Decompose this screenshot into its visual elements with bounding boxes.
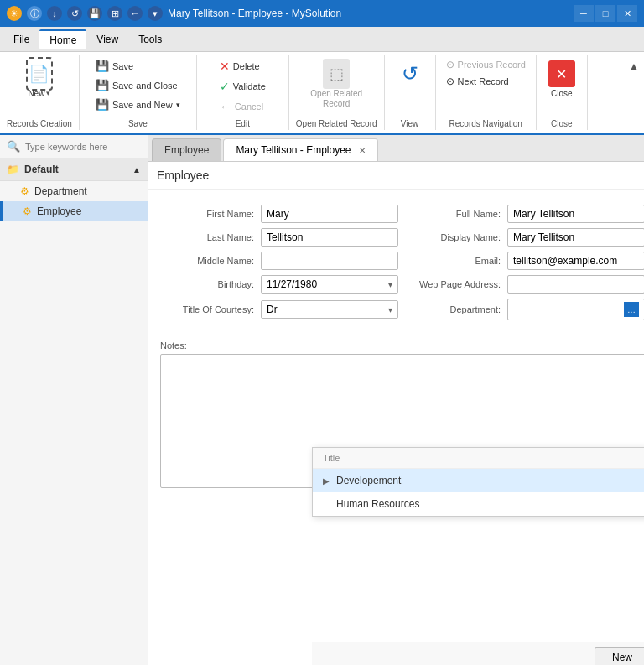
content-area: Employee Mary Tellitson - Employee ✕ ▾ E… — [148, 135, 644, 665]
sidebar-item-dept-label: Department — [34, 185, 87, 197]
edit-group-label: Edit — [236, 116, 250, 128]
cancel-icon: ← — [220, 100, 231, 113]
open-related-icon: ⬚ — [323, 60, 350, 87]
validate-button[interactable]: ✓ Validate — [215, 77, 271, 96]
email-input[interactable] — [507, 252, 644, 270]
dropdown-item-hr[interactable]: ▶ Human Resources — [313, 492, 644, 516]
nav-group-label: Records Navigation — [449, 116, 522, 128]
edit-group-content: ✕ Delete ✓ Validate ← Cancel — [215, 57, 271, 116]
form-row-4: Birthday: 11/27/1980 ▾ Web Page Address: — [157, 275, 644, 294]
form-col-displayname: Display Name: — [407, 228, 644, 247]
tab-close-button[interactable]: ✕ — [359, 146, 366, 155]
title-courtesy-label: Title Of Courtesy: — [160, 304, 261, 314]
window-title: Mary Tellitson - Employee - MySolution — [168, 8, 341, 19]
sidebar-default-group[interactable]: 📁 Default ▲ — [0, 158, 148, 181]
birthday-select[interactable]: 11/27/1980 ▾ — [261, 275, 398, 294]
close-record-label: Close — [551, 89, 573, 98]
ribbon-collapse-button[interactable]: ▲ — [624, 59, 644, 74]
tree-section: 📁 Default ▲ ⚙ Department ⚙ Employee — [0, 158, 148, 665]
full-name-input[interactable] — [507, 205, 644, 223]
cancel-label: Cancel — [235, 101, 263, 112]
app-icon-refresh: ↺ — [67, 6, 82, 21]
menu-file[interactable]: File — [3, 30, 39, 49]
tab-employee[interactable]: Employee — [152, 138, 221, 161]
web-page-label: Web Page Address: — [407, 279, 507, 289]
department-input[interactable]: … — [507, 299, 644, 320]
menu-home[interactable]: Home — [39, 29, 86, 49]
birthday-value: 11/27/1980 — [267, 278, 317, 290]
menu-bar: File Home View Tools — [0, 27, 644, 52]
sidebar-item-department[interactable]: ⚙ Department — [0, 181, 148, 201]
new-record-label: New — [28, 89, 44, 98]
refresh-icon: ↺ — [397, 60, 423, 87]
tab-mary-employee[interactable]: Mary Tellitson - Employee ✕ — [223, 138, 378, 161]
open-related-label: Open Related Record — [310, 89, 362, 109]
app-icon-grid: ⊞ — [107, 6, 122, 21]
dropdown-item-development[interactable]: ▶ Developement — [313, 469, 644, 492]
save-close-label: Save and Close — [112, 81, 178, 91]
cancel-button[interactable]: ← Cancel — [215, 97, 271, 116]
validate-label: Validate — [233, 81, 266, 91]
tab-bar-collapse-icon[interactable]: ▾ — [637, 140, 644, 160]
first-name-input[interactable] — [261, 205, 398, 223]
tab-content: Employee First Name: Full Name: — [148, 162, 644, 665]
save-close-button[interactable]: 💾 Save and Close — [91, 76, 185, 94]
app-icon-3: ↓ — [47, 6, 62, 21]
minimize-button[interactable]: ─ — [574, 5, 594, 22]
save-new-button[interactable]: 💾 Save and New ▾ — [91, 96, 185, 113]
notes-label: Notes: — [160, 340, 644, 351]
new-record-button[interactable]: 📄 New ▾ — [21, 57, 58, 101]
window-close-button[interactable]: ✕ — [617, 5, 637, 22]
form-col-fullname: Full Name: — [407, 205, 644, 223]
nav-group-content: ⊙ Previous Record ⊙ Next Record — [443, 57, 529, 116]
validate-icon: ✓ — [220, 80, 230, 93]
delete-button[interactable]: ✕ Delete — [215, 57, 271, 75]
dropdown-item-hr-label: Human Resources — [336, 498, 419, 510]
open-related-group-label: Open Related Record — [296, 116, 377, 128]
form-col-title: Title Of Courtesy: Dr ▾ — [160, 300, 398, 319]
display-name-input[interactable] — [507, 228, 644, 247]
sidebar-item-emp-label: Employee — [37, 205, 81, 217]
restore-button[interactable]: □ — [595, 5, 615, 22]
department-lookup-button[interactable]: … — [624, 302, 639, 317]
save-button[interactable]: 💾 Save — [91, 57, 185, 75]
web-page-input[interactable] — [507, 275, 644, 294]
next-icon: ⊙ — [446, 75, 454, 87]
menu-view[interactable]: View — [86, 30, 128, 49]
folder-icon: 📁 — [7, 164, 19, 175]
form-col-firstname: First Name: — [160, 205, 398, 223]
new-bottom-button[interactable]: New — [595, 647, 644, 665]
department-dropdown: Title ▶ Developement ▶ Human Resources — [312, 447, 644, 517]
sidebar-item-employee[interactable]: ⚙ Employee — [0, 201, 148, 221]
save-icon: 💾 — [96, 60, 109, 72]
save-close-icon: 💾 — [96, 79, 109, 91]
close-record-button[interactable]: ✕ Close — [543, 57, 580, 101]
view-group-label: View — [401, 116, 419, 128]
menu-tools[interactable]: Tools — [128, 30, 172, 49]
search-input[interactable] — [25, 142, 141, 152]
save-new-arrow: ▾ — [176, 101, 180, 109]
form-col-middlename: Middle Name: — [160, 252, 398, 270]
form-row-2: Last Name: Display Name: — [157, 228, 644, 247]
form-row-1: First Name: Full Name: — [157, 205, 644, 223]
prev-record-button[interactable]: ⊙ Previous Record — [443, 57, 529, 72]
refresh-button[interactable]: ↺ — [392, 57, 428, 92]
sidebar-collapse-icon: ▲ — [132, 165, 141, 174]
form-col-lastname: Last Name: — [160, 228, 398, 247]
form-col-email: Email: — [407, 252, 644, 270]
ribbon-group-nav: ⊙ Previous Record ⊙ Next Record Records … — [436, 55, 537, 130]
app-icon-save: 💾 — [87, 6, 102, 21]
view-group-content: ↺ — [392, 57, 428, 116]
open-related-button[interactable]: ⬚ Open Related Record — [305, 57, 367, 112]
title-courtesy-select[interactable]: Dr ▾ — [261, 300, 398, 319]
birthday-label: Birthday: — [160, 279, 261, 289]
middle-name-input[interactable] — [261, 252, 398, 270]
dropdown-header: Title — [313, 448, 644, 469]
delete-icon: ✕ — [220, 60, 230, 73]
emp-icon: ⚙ — [23, 205, 32, 217]
last-name-input[interactable] — [261, 228, 398, 247]
close-group-content: ✕ Close — [543, 57, 580, 116]
form-col-birthday: Birthday: 11/27/1980 ▾ — [160, 275, 398, 294]
next-record-button[interactable]: ⊙ Next Record — [443, 74, 529, 89]
prev-icon: ⊙ — [446, 59, 454, 70]
